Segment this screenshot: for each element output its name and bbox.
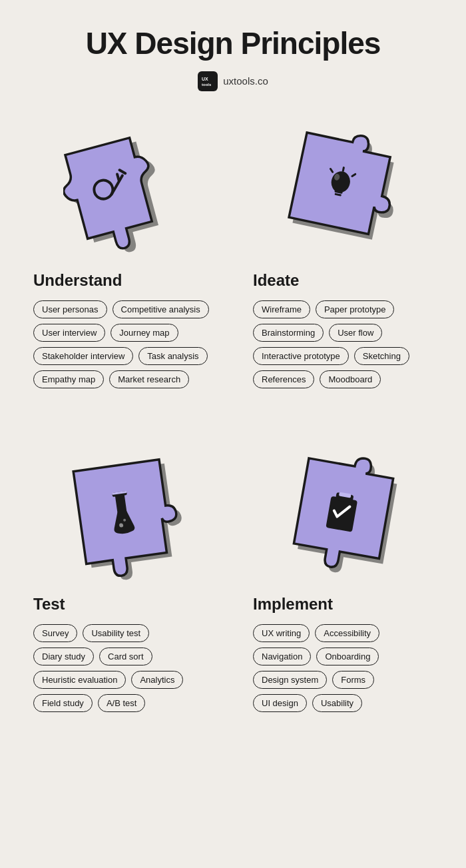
puzzle-test-container xyxy=(33,448,213,582)
tag-task-analysis: Task analysis xyxy=(138,347,207,365)
tag-references: References xyxy=(253,370,314,388)
page-container: UX Design Principles UX tools uxtools.co xyxy=(0,0,466,779)
section-understand: Understand User personas Competitive ana… xyxy=(13,111,233,415)
tag-empathy-map: Empathy map xyxy=(33,370,104,388)
puzzle-ideate-container xyxy=(253,125,433,258)
tag-stakeholder-interview: Stakeholder interview xyxy=(33,347,133,365)
ideate-title: Ideate xyxy=(253,271,433,290)
tag-navigation: Navigation xyxy=(253,648,311,665)
ideate-tags: Wireframe Paper prototype Brainstorming … xyxy=(253,300,433,388)
tag-user-interview: User interview xyxy=(33,324,105,342)
tag-onboarding: Onboarding xyxy=(316,648,379,665)
puzzle-test-icon xyxy=(63,448,183,582)
puzzle-understand-container xyxy=(33,125,213,258)
tag-interactive-prototype: Interactive prototype xyxy=(253,347,349,365)
tag-design-system: Design system xyxy=(253,671,327,689)
svg-text:tools: tools xyxy=(202,83,212,87)
tag-paper-prototype: Paper prototype xyxy=(316,300,395,318)
svg-text:UX: UX xyxy=(202,77,208,81)
svg-line-4 xyxy=(117,174,119,181)
tag-competitive-analysis: Competitive analysis xyxy=(113,300,209,318)
tag-forms: Forms xyxy=(332,671,374,689)
understand-title: Understand xyxy=(33,271,213,290)
section-divider xyxy=(13,415,453,435)
tag-field-study: Field study xyxy=(33,694,93,712)
tag-sketching: Sketching xyxy=(354,347,409,365)
tag-ui-design: UI design xyxy=(253,694,307,712)
puzzle-implement-icon xyxy=(283,448,403,582)
tag-usability: Usability xyxy=(312,694,362,712)
tag-user-personas: User personas xyxy=(33,300,107,318)
tag-heuristic-evaluation: Heuristic evaluation xyxy=(33,671,126,689)
tag-diary-study: Diary study xyxy=(33,648,94,665)
tag-ux-writing: UX writing xyxy=(253,624,310,642)
tag-wireframe: Wireframe xyxy=(253,300,310,318)
tag-moodboard: Moodboard xyxy=(320,370,381,388)
test-tags: Survey Usability test Diary study Card s… xyxy=(33,624,213,712)
tag-user-flow: User flow xyxy=(329,324,382,342)
understand-tags: User personas Competitive analysis User … xyxy=(33,300,213,388)
test-title: Test xyxy=(33,595,213,614)
tag-brainstorming: Brainstorming xyxy=(253,324,324,342)
tag-accessibility: Accessibility xyxy=(315,624,379,642)
tag-ab-test: A/B test xyxy=(98,694,146,712)
implement-tags: UX writing Accessibility Navigation Onbo… xyxy=(253,624,433,712)
section-test: Test Survey Usability test Diary study C… xyxy=(13,435,233,739)
tag-usability-test: Usability test xyxy=(83,624,149,642)
header: UX Design Principles UX tools uxtools.co xyxy=(13,27,453,91)
brand-logo: UX tools xyxy=(198,71,218,91)
tag-card-sort: Card sort xyxy=(99,648,152,665)
brand-row: UX tools uxtools.co xyxy=(13,71,453,91)
puzzle-implement-container xyxy=(253,448,433,582)
svg-line-9 xyxy=(343,167,344,171)
sections-grid: Understand User personas Competitive ana… xyxy=(13,111,453,739)
tag-market-research: Market research xyxy=(109,370,189,388)
implement-title: Implement xyxy=(253,595,433,614)
puzzle-ideate-icon xyxy=(283,128,403,254)
tag-journey-map: Journey map xyxy=(111,324,178,342)
page-title: UX Design Principles xyxy=(13,27,453,61)
tag-analytics: Analytics xyxy=(131,671,183,689)
tag-survey: Survey xyxy=(33,624,77,642)
section-implement: Implement UX writing Accessibility Navig… xyxy=(233,435,453,739)
brand-name: uxtools.co xyxy=(223,75,268,87)
section-ideate: Ideate Wireframe Paper prototype Brainst… xyxy=(233,111,453,415)
puzzle-understand-icon xyxy=(63,128,183,254)
